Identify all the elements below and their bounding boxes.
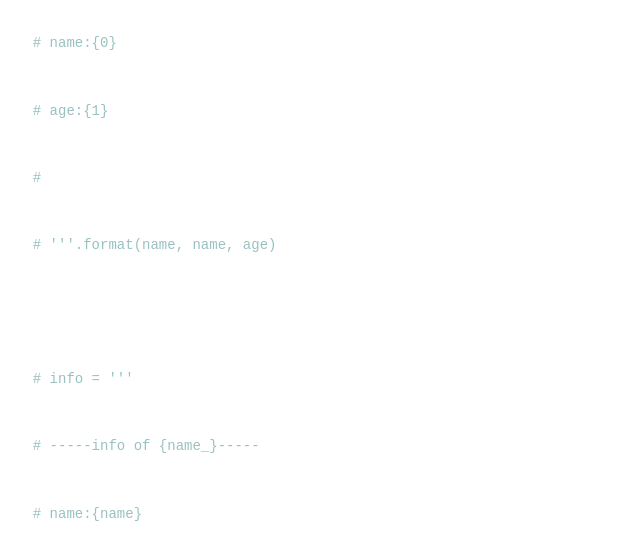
- comment-line-7: # name:{name}: [33, 506, 142, 522]
- comment-line-4: # '''.format(name, name, age): [33, 237, 277, 253]
- code-editor: # name:{0} # age:{1} # # '''.format(name…: [16, 10, 612, 534]
- comment-line-3: #: [33, 170, 41, 186]
- blank-1: [16, 323, 612, 345]
- comment-line-5: # info = ''': [33, 371, 134, 387]
- comment-line-2: # age:{1}: [33, 103, 109, 119]
- comment-line-1: # name:{0}: [33, 35, 117, 51]
- comment-line-6: # -----info of {name_}-----: [33, 438, 260, 454]
